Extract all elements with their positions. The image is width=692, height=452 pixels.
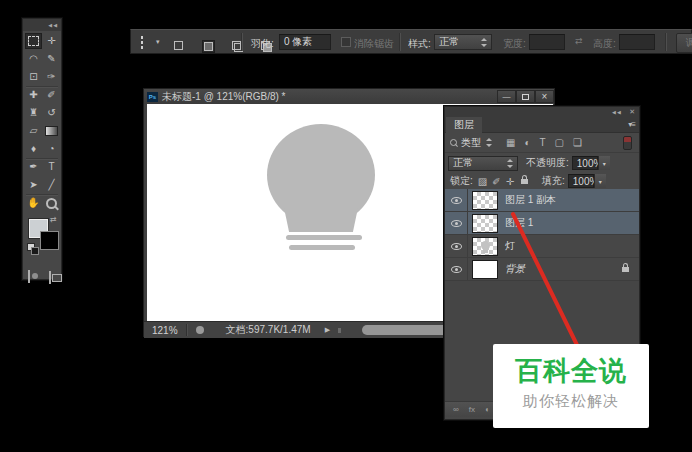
visibility-toggle[interactable] [445,258,468,280]
feather-label: 羽化: [251,37,274,51]
opacity-label: 不透明度: [526,156,569,170]
antialias-checkbox[interactable] [341,37,351,47]
eye-icon [451,243,462,250]
updown-arrows-icon [506,159,513,168]
opacity-value[interactable]: 100% [572,156,598,170]
gradient-tool[interactable] [43,123,60,139]
path-selection-tool[interactable]: ➤ [25,177,42,193]
zoom-tool[interactable] [43,195,60,211]
screen-mode-icon[interactable] [49,271,51,284]
layer-thumbnail[interactable] [472,214,498,233]
eyedropper-tool[interactable]: ✑ [43,69,60,85]
swap-dimensions-icon[interactable]: ⇄ [575,36,583,46]
watermark-card: 百科全说 助你轻松解决 [493,344,649,428]
zoom-level[interactable]: 121% [152,325,178,336]
layer-row-background[interactable]: 背景 [445,258,639,281]
layer-row-layer1-copy[interactable]: 图层 1 副本 [445,189,639,212]
healing-brush-tool[interactable]: ✚ [25,87,42,103]
brush-tool[interactable]: ✐ [43,87,60,103]
layer-name[interactable]: 灯 [505,239,515,253]
clone-stamp-tool[interactable]: ♜ [25,105,42,121]
width-input[interactable] [529,34,565,50]
blend-mode-row: 正常 不透明度: 100% ▾ [445,153,639,173]
background-color-swatch[interactable] [40,231,59,250]
layer-name[interactable]: 背景 [505,262,525,276]
new-selection-mode-icon[interactable] [173,40,186,53]
maximize-button[interactable] [516,90,535,103]
link-layers-icon[interactable]: ∞ [453,405,459,414]
default-colors-back-icon [31,247,39,255]
layer-thumbnail[interactable] [472,237,498,256]
adjustment-layer-icon[interactable]: ◐ [485,405,490,414]
rectangular-marquee-tool[interactable] [25,33,42,49]
layer-row-layer1[interactable]: 图层 1 [445,212,639,235]
dodge-tool[interactable]: ◔ [43,141,60,157]
panel-menu-icon[interactable]: ▾≡ [628,120,635,129]
lock-transparency-icon[interactable]: ▨ [478,176,487,187]
filter-type-layers-icon[interactable]: T [540,137,546,148]
line-tool[interactable]: ╱ [43,177,60,193]
fill-value[interactable]: 100% [568,174,594,188]
scrollbar-left-nub[interactable] [338,328,341,333]
lock-paint-icon[interactable]: ✐ [492,176,500,187]
status-flyout-icon[interactable]: ▶ [325,326,330,334]
lock-position-icon[interactable]: ✛ [506,176,514,187]
filter-adjustment-layers-icon[interactable]: ◐ [524,137,530,148]
filter-type-caret-icon[interactable] [485,138,492,147]
filter-smart-objects-icon[interactable]: ❏ [573,137,582,148]
quick-mask-mode-icon[interactable] [28,270,30,283]
lock-row: 锁定: ▨ ✐ ✛ 填充: 100% ▾ [445,173,639,190]
thumbnail-bulb-base [483,249,488,253]
layer-name[interactable]: 图层 1 [505,216,533,230]
swap-colors-icon[interactable]: ⇄ [50,215,57,224]
layer-name[interactable]: 图层 1 副本 [505,193,556,207]
layer-style-fx-icon[interactable]: fx [469,405,475,414]
lock-all-icon[interactable] [521,179,528,184]
layer-row-lamp[interactable]: 灯 [445,235,639,258]
type-tool[interactable]: T [43,159,60,175]
pen-tool[interactable]: ✒ [25,159,42,175]
updown-arrows-icon [480,38,487,47]
visibility-toggle[interactable] [445,235,468,257]
watermark-title: 百科全说 [493,353,649,389]
filter-shape-layers-icon[interactable]: ▢ [555,137,564,148]
tools-panel-header[interactable]: ◀◀ [23,19,61,31]
opacity-caret-icon[interactable]: ▾ [598,156,610,170]
crop-tool[interactable]: ⊡ [25,69,42,85]
layer-thumbnail[interactable] [472,191,498,210]
minimize-button[interactable]: — [497,90,516,103]
lasso-tool[interactable]: ◠ [25,51,42,67]
panel-tab-strip: 图层 ▾≡ [445,117,639,133]
layer-thumbnail[interactable] [472,260,498,279]
add-selection-mode-icon[interactable] [202,40,215,53]
move-tool[interactable]: ✛ [43,33,60,49]
close-button[interactable]: × [535,90,554,103]
document-title-bar[interactable]: Ps 未标题-1 @ 121%(RGB/8) * — × [144,89,554,104]
filter-type-label[interactable]: 类型 [461,136,481,150]
fill-label: 填充: [542,174,565,188]
fill-caret-icon[interactable]: ▾ [594,174,606,188]
tool-preset-caret[interactable]: ▾ [156,38,160,46]
filter-pixel-layers-icon[interactable]: ▦ [506,137,515,148]
tab-layers[interactable]: 图层 [446,117,482,133]
collapse-panel-icon[interactable]: ◀◀ [48,22,58,28]
visibility-toggle[interactable] [445,212,468,234]
bulb-thread-line-1 [286,235,362,240]
style-dropdown[interactable]: 正常 [434,34,492,50]
visibility-toggle[interactable] [445,189,468,211]
eraser-tool[interactable]: ▱ [25,123,42,139]
panel-close-icon[interactable]: ✕ [629,108,635,115]
antialias-label: 消除锯齿 [354,37,394,51]
search-icon [450,139,457,146]
blur-tool[interactable]: ♦ [25,141,42,157]
photoshop-workspace: ▾ 羽化: 0 像素 消除锯齿 样式: 正常 宽度: ⇄ 高度: 调整边缘...… [0,0,692,452]
height-input[interactable] [619,34,655,50]
history-brush-tool[interactable]: ↺ [43,105,60,121]
hand-tool[interactable]: ✋ [25,195,42,211]
refine-edge-button[interactable]: 调整边缘... [676,33,692,53]
collapse-to-icons-icon[interactable]: ◀◀ [612,109,622,115]
quick-selection-tool[interactable]: ✎ [43,51,60,67]
feather-input[interactable]: 0 像素 [279,34,331,50]
blend-mode-dropdown[interactable]: 正常 [448,156,518,171]
filter-toggle-switch[interactable] [623,136,632,150]
